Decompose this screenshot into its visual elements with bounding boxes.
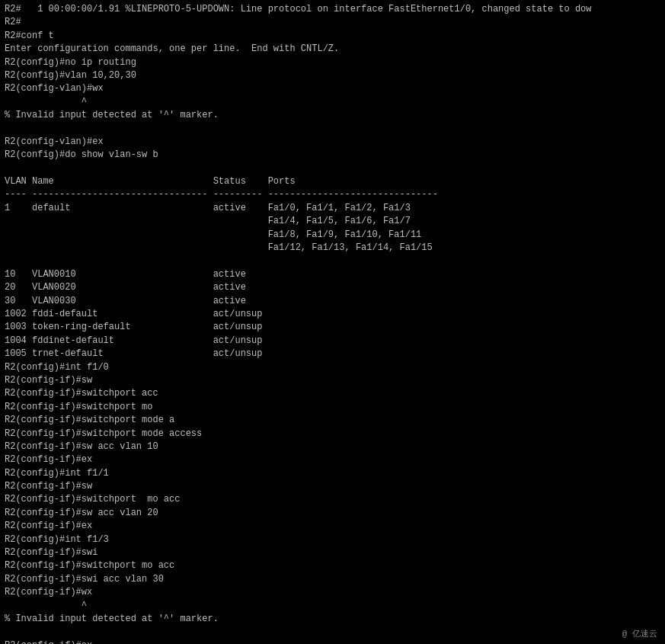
- watermark-logo: @ 亿速云: [622, 628, 657, 639]
- terminal-output: R2# 1 00:00:00/1.91 %LINEPROTO-5-UPDOWN:…: [5, 3, 660, 644]
- terminal-window[interactable]: R2# 1 00:00:00/1.91 %LINEPROTO-5-UPDOWN:…: [0, 0, 665, 644]
